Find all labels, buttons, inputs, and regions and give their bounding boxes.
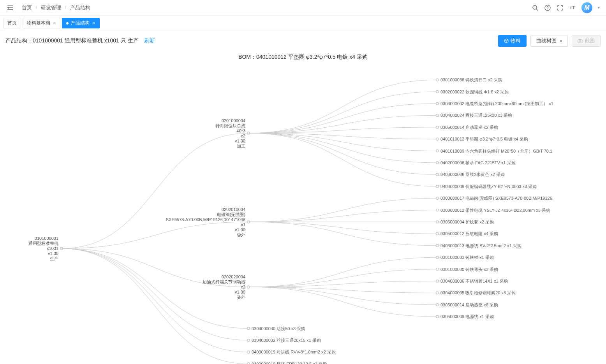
svg-point-0 xyxy=(533,5,537,9)
tab-home[interactable]: 首页 xyxy=(3,18,21,28)
view-select[interactable]: 曲线树图▾ xyxy=(530,35,568,47)
svg-point-29 xyxy=(436,138,439,140)
svg-point-62 xyxy=(436,256,439,258)
svg-text:0402000008 轴承 FAG 2215TV x1 采购: 0402000008 轴承 FAG 2215TV x1 采购 xyxy=(440,160,516,165)
svg-point-4 xyxy=(580,40,581,42)
svg-point-74 xyxy=(247,327,250,329)
page-title: 产品结构：0101000001 通用型标准整机 x1001 只 生产 xyxy=(5,37,139,44)
svg-text:0403000013 电源线 BV-2*2.5mm2  x1: 0403000013 电源线 BV-2*2.5mm2 x1 采购 xyxy=(440,243,521,248)
close-icon[interactable]: ✕ xyxy=(53,21,56,26)
svg-text:0202010004: 0202010004 xyxy=(222,207,245,212)
svg-text:生产: 生产 xyxy=(50,256,58,261)
svg-text:x2: x2 xyxy=(241,285,245,289)
svg-text:委外: 委外 xyxy=(237,295,245,299)
svg-text:0402000010 挡环 FRB130/12.5 x3 采: 0402000010 挡环 FRB130/12.5 x3 采购 xyxy=(252,362,327,364)
breadcrumb: 首页 / 研发管理 / 产品结构 xyxy=(22,4,90,11)
screenshot-button[interactable]: 截图 xyxy=(572,35,601,47)
svg-point-68 xyxy=(436,292,439,294)
svg-text:0304000024 焊接三通125x20  x3 采购: 0304000024 焊接三通125x20 x3 采购 xyxy=(440,113,512,118)
svg-text:加工: 加工 xyxy=(237,144,245,148)
svg-text:x2: x2 xyxy=(241,134,245,138)
svg-text:40*3: 40*3 xyxy=(236,128,245,133)
svg-point-19 xyxy=(436,79,439,81)
svg-text:0304000005 吸引维修铜球阀20  x3 采购: 0304000005 吸引维修铜球阀20 x3 采购 xyxy=(440,290,516,295)
active-dot-icon xyxy=(66,22,69,25)
tree-canvas: BOM：0401010012 平垫圈 φ3.2*φ7*0.5 电镀 x4 采购 … xyxy=(4,51,602,364)
svg-text:0303000002 电缆桥架(镀锌) 200mmx60mm: 0303000002 电缆桥架(镀锌) 200mmx60mm (按图加工） x1 xyxy=(440,101,553,106)
breadcrumb-home[interactable]: 首页 xyxy=(22,5,32,11)
svg-point-33 xyxy=(436,162,439,164)
svg-point-27 xyxy=(436,126,439,128)
svg-point-52 xyxy=(436,232,439,235)
svg-text:SXE9573-A70-00B,M/P19126,10147: SXE9573-A70-00B,M/P19126,101471048 xyxy=(166,217,245,222)
svg-text:通用型标准整机: 通用型标准整机 xyxy=(28,241,58,246)
svg-text:x1001: x1001 xyxy=(47,246,58,251)
svg-text:0304000006 不锈钢管14X1  x1 采购: 0304000006 不锈钢管14X1 x1 采购 xyxy=(440,279,508,283)
svg-text:委外: 委外 xyxy=(237,232,245,237)
avatar-caret-icon[interactable]: ▾ xyxy=(598,5,600,10)
avatar[interactable]: M xyxy=(581,2,592,13)
tree-diagram[interactable]: 0101000001通用型标准整机x1001v1.00生产0201000004转… xyxy=(4,62,602,364)
camera-icon xyxy=(578,39,583,44)
svg-text:?: ? xyxy=(546,6,549,10)
svg-text:0303000017 电磁阀(无线圈) SXE9573-A7: 0303000017 电磁阀(无线圈) SXE9573-A70-00B,M/P1… xyxy=(440,196,553,200)
help-icon[interactable]: ? xyxy=(544,4,551,11)
page-header: 产品结构：0101000001 通用型标准整机 x1001 只 生产 刷新 物料… xyxy=(0,31,606,51)
svg-point-70 xyxy=(436,304,439,306)
svg-point-80 xyxy=(247,363,250,364)
cube-icon xyxy=(504,39,509,43)
search-icon[interactable] xyxy=(532,4,539,11)
tab-product-structure[interactable]: 产品结构✕ xyxy=(62,18,100,28)
svg-text:0304000040 活接50  x3 采购: 0304000040 活接50 x3 采购 xyxy=(252,326,305,331)
fullscreen-icon[interactable] xyxy=(557,4,564,11)
svg-text:v1.00: v1.00 xyxy=(48,251,58,256)
svg-point-48 xyxy=(436,209,439,211)
svg-text:0201000004: 0201000004 xyxy=(222,118,245,123)
bom-title: BOM：0401010012 平垫圈 φ3.2*φ7*0.5 电镀 x4 采购 xyxy=(4,51,602,62)
svg-text:电磁阀(无线圈): 电磁阀(无线圈) xyxy=(217,212,245,217)
svg-text:v1.00: v1.00 xyxy=(235,139,245,143)
material-button[interactable]: 物料 xyxy=(498,35,527,47)
svg-text:0401010012 平垫圈 φ3.2*φ7*0.5  电镀: 0401010012 平垫圈 φ3.2*φ7*0.5 电镀 x4 采购 xyxy=(440,137,528,141)
svg-text:0403000006 网线2米黄色  x2 采购: 0403000006 网线2米黄色 x2 采购 xyxy=(440,172,505,177)
svg-text:0401010009 内六角圆柱头螺钉 M20*50（全牙）: 0401010009 内六角圆柱头螺钉 M20*50（全牙）GB/T 70.1 xyxy=(440,149,552,153)
svg-text:0303000012 柔性电缆 YSLY-JZ 4x16²-: 0303000012 柔性电缆 YSLY-JZ 4x16²-Ø22,00mm x… xyxy=(440,208,550,213)
svg-text:v1.00: v1.00 xyxy=(235,227,245,232)
svg-point-64 xyxy=(436,268,439,270)
font-size-icon[interactable]: тT xyxy=(569,4,576,11)
svg-point-78 xyxy=(247,351,250,353)
svg-text:0301000038 铸铁清扫口  x2 采购: 0301000038 铸铁清扫口 x2 采购 xyxy=(440,77,502,82)
svg-text:0302000022 软圆铜线 Φ1.6  x2 采购: 0302000022 软圆铜线 Φ1.6 x2 采购 xyxy=(440,90,509,94)
svg-point-35 xyxy=(436,173,439,176)
svg-text:x1: x1 xyxy=(241,222,245,227)
svg-text:0301000030 铸铁弯头  x3 采购: 0301000030 铸铁弯头 x3 采购 xyxy=(440,267,498,272)
svg-point-21 xyxy=(436,90,439,93)
svg-point-37 xyxy=(436,185,439,188)
svg-point-66 xyxy=(436,280,439,282)
svg-point-46 xyxy=(436,197,439,199)
topbar: 首页 / 研发管理 / 产品结构 ? тT M ▾ xyxy=(0,0,606,16)
svg-text:转向限位块总成: 转向限位块总成 xyxy=(215,123,245,128)
svg-text:0304000032 丝接三通20x15  x1 采购: 0304000032 丝接三通20x15 x1 采购 xyxy=(252,338,321,343)
svg-text:0202020004: 0202020004 xyxy=(222,274,245,279)
svg-text:0301000033 铸铁梯  x1 采购: 0301000033 铸铁梯 x1 采购 xyxy=(440,255,494,260)
top-right: ? тT M ▾ xyxy=(532,2,600,13)
svg-text:加油式杆端关节制动器: 加油式杆端关节制动器 xyxy=(203,280,245,284)
tabs: 首页 物料基本档✕ 产品结构✕ xyxy=(0,16,606,31)
svg-text:0403000008 伺服编码器线ZY-B2-EN-0003: 0403000008 伺服编码器线ZY-B2-EN-0003 x3 采购 xyxy=(440,184,537,189)
svg-text:0101000001: 0101000001 xyxy=(35,236,58,241)
chevron-down-icon: ▾ xyxy=(560,39,562,43)
svg-point-23 xyxy=(436,102,439,105)
refresh-link[interactable]: 刷新 xyxy=(144,37,155,44)
svg-text:0305000004 护线套  x2 采购: 0305000004 护线套 x2 采购 xyxy=(440,220,494,224)
svg-text:0305000014 启动器座  x2 采购: 0305000014 启动器座 x2 采购 xyxy=(440,125,498,130)
svg-point-50 xyxy=(436,221,439,223)
svg-rect-3 xyxy=(578,40,582,43)
close-icon[interactable]: ✕ xyxy=(92,21,95,26)
svg-text:0305000014 启动器座  x6 采购: 0305000014 启动器座 x6 采购 xyxy=(440,302,498,307)
svg-point-54 xyxy=(436,244,439,247)
breadcrumb-cat[interactable]: 研发管理 xyxy=(41,5,61,11)
tab-material[interactable]: 物料基本档✕ xyxy=(23,18,60,28)
svg-point-76 xyxy=(247,339,250,341)
menu-toggle-icon[interactable] xyxy=(6,4,14,12)
